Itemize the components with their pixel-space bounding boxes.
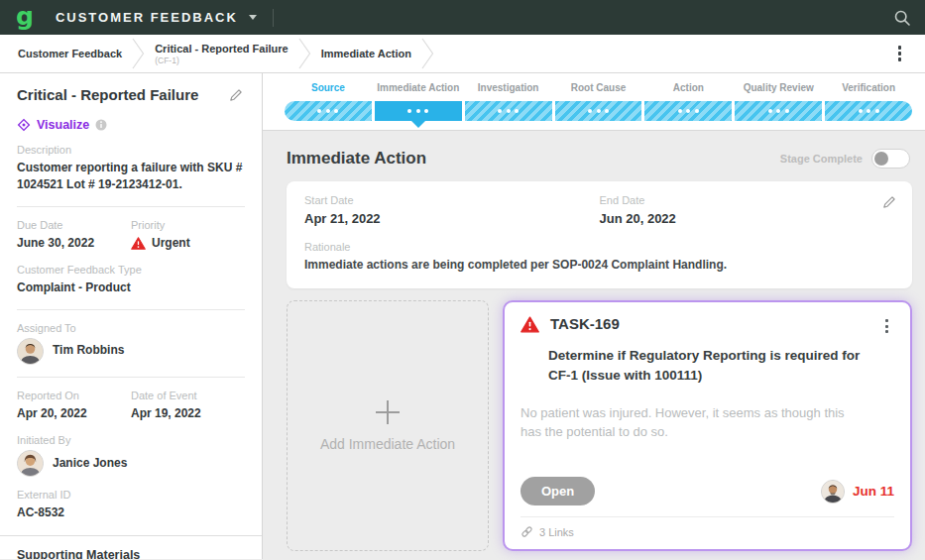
add-immediate-action-button[interactable]: Add Immediate Action — [287, 300, 489, 551]
stage-verification[interactable]: Verification — [825, 82, 912, 121]
divider — [17, 206, 245, 207]
stage-label: Quality Review — [735, 82, 822, 93]
stage-label: Root Cause — [555, 82, 642, 93]
assigned-to-field: Assigned To Tim Robbins — [17, 322, 245, 365]
topbar: g CUSTOMER FEEDBACK — [0, 0, 925, 35]
initiated-by-field: Initiated By Janice Jones — [17, 434, 245, 477]
record-title: Critical - Reported Failure — [17, 86, 198, 104]
stage-content: Immediate Action Stage Complete Start Da… — [263, 131, 925, 559]
assigned-to-name: Tim Robbins — [53, 342, 124, 359]
task-more-options-icon[interactable] — [881, 315, 892, 337]
breadcrumb: Customer Feedback Critical - Reported Fa… — [0, 35, 925, 73]
section-divider — [0, 535, 262, 536]
edit-pencil-icon[interactable] — [880, 193, 898, 215]
stage-investigation[interactable]: Investigation — [465, 82, 552, 121]
task-due-date: Jun 11 — [853, 484, 894, 499]
end-date-field: End Date Jun 20, 2022 — [600, 194, 895, 226]
stage-tracker: Source Immediate Action Investigation Ro… — [263, 73, 925, 131]
task-title: Determine if Regulatory Reporting is req… — [548, 346, 894, 387]
app-title: CUSTOMER FEEDBACK — [56, 10, 238, 25]
external-id-field: External ID AC-8532 — [17, 489, 245, 521]
warning-triangle-icon — [131, 237, 146, 250]
section-title: Immediate Action — [287, 149, 426, 168]
edit-pencil-icon[interactable] — [227, 86, 245, 108]
task-description: No patient was injured. However, it seem… — [520, 403, 894, 442]
breadcrumb-item-customer-feedback[interactable]: Customer Feedback — [18, 48, 122, 59]
breadcrumb-item-immediate-action[interactable]: Immediate Action — [321, 48, 411, 59]
avatar[interactable] — [17, 338, 44, 365]
date-of-event-field: Date of Event Apr 19, 2022 — [131, 390, 245, 422]
description-field: Description Customer reporting a failure… — [17, 144, 245, 194]
stage-immediate-action[interactable]: Immediate Action — [375, 82, 462, 121]
task-links[interactable]: 3 Links — [520, 516, 894, 540]
task-status-button[interactable]: Open — [520, 477, 595, 505]
stage-action[interactable]: Action — [644, 82, 732, 121]
stage-root-cause[interactable]: Root Cause — [555, 82, 642, 121]
stage-details-card: Start Date Apr 21, 2022 End Date Jun 20,… — [287, 181, 912, 288]
app-window: g CUSTOMER FEEDBACK Customer Feedback Cr… — [0, 0, 925, 560]
description-value: Customer reporting a failure with SKU # … — [17, 160, 245, 194]
stage-label: Action — [644, 82, 732, 93]
info-icon[interactable] — [95, 119, 107, 131]
stage-source[interactable]: Source — [285, 82, 372, 121]
brand-logo-g-icon[interactable]: g — [16, 4, 34, 29]
stage-complete-toggle[interactable] — [871, 149, 910, 168]
divider — [17, 309, 245, 310]
supporting-materials-heading: Supporting Materials — [17, 548, 245, 559]
plus-icon — [376, 400, 400, 424]
stage-label: Verification — [825, 82, 912, 93]
chevron-separator-icon — [421, 38, 434, 69]
visualize-link[interactable]: Visualize — [17, 118, 245, 132]
breadcrumb-item-record[interactable]: Critical - Reported Failure (CF-1) — [155, 43, 288, 65]
due-date-field: Due Date June 30, 2022 — [17, 219, 131, 252]
priority-field: Priority Urgent — [131, 219, 245, 252]
chevron-separator-icon — [132, 38, 145, 69]
topbar-divider — [273, 9, 274, 27]
link-icon — [520, 525, 533, 538]
divider — [17, 377, 245, 378]
warning-triangle-icon — [520, 316, 539, 333]
chevron-down-icon[interactable] — [249, 15, 257, 24]
chevron-separator-icon — [298, 38, 311, 69]
search-icon[interactable] — [893, 9, 911, 27]
task-id: TASK-169 — [550, 315, 620, 332]
task-card[interactable]: TASK-169 Determine if Regulatory Reporti… — [503, 300, 912, 551]
record-sidebar: Critical - Reported Failure Visualize De… — [0, 73, 263, 559]
main-panel: Source Immediate Action Investigation Ro… — [263, 73, 925, 559]
stage-quality-review[interactable]: Quality Review — [735, 82, 822, 121]
avatar[interactable] — [821, 480, 845, 504]
avatar[interactable] — [17, 450, 44, 477]
rationale-field: Rationale Immediate actions are being co… — [304, 241, 894, 272]
initiated-by-name: Janice Jones — [53, 455, 127, 472]
stage-complete-label: Stage Complete — [780, 153, 863, 165]
feedback-type-field: Customer Feedback Type Complaint - Produ… — [17, 264, 245, 296]
stage-label: Investigation — [465, 82, 552, 93]
reported-on-field: Reported On Apr 20, 2022 — [17, 390, 131, 422]
stage-label: Immediate Action — [375, 82, 462, 93]
visualize-diamond-icon — [17, 118, 31, 132]
start-date-field: Start Date Apr 21, 2022 — [304, 194, 600, 226]
stage-label: Source — [285, 82, 372, 93]
more-options-icon[interactable] — [894, 42, 906, 65]
